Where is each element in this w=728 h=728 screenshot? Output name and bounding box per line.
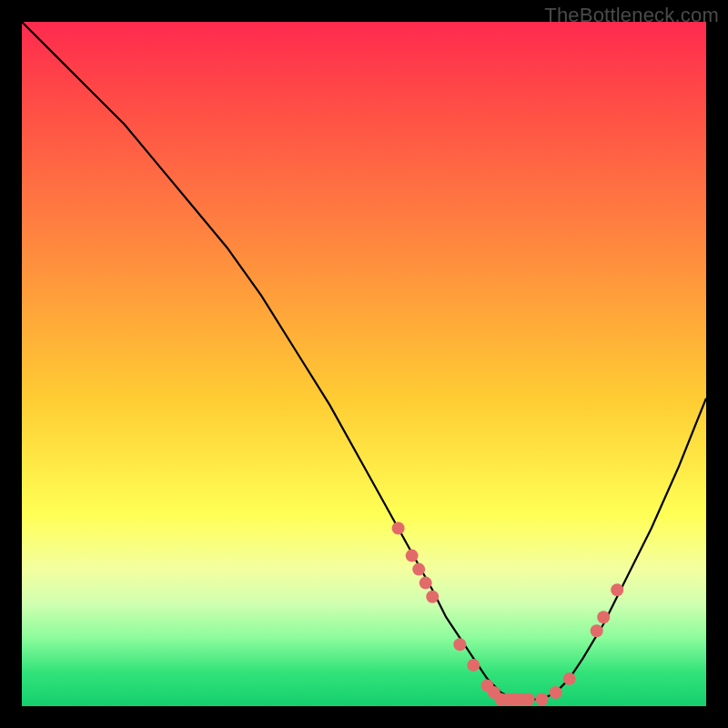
chart-svg <box>22 22 706 706</box>
curve-marker <box>392 522 405 535</box>
curve-marker <box>591 624 603 637</box>
curve-marker <box>597 611 610 623</box>
curve-marker <box>412 563 425 576</box>
curve-marker <box>611 583 623 596</box>
curve-marker <box>550 686 562 699</box>
curve-marker <box>426 591 439 603</box>
curve-marker <box>420 577 432 590</box>
curve-marker <box>406 550 419 562</box>
curve-marker <box>467 659 480 672</box>
curve-marker <box>522 693 535 706</box>
curve-marker <box>536 693 549 706</box>
curve-marker <box>563 672 576 685</box>
watermark: TheBottleneck.com <box>544 4 719 27</box>
bottleneck-curve <box>22 22 706 700</box>
chart-container: TheBottleneck.com <box>0 0 728 728</box>
marker-group <box>392 522 624 706</box>
curve-marker <box>453 638 466 651</box>
